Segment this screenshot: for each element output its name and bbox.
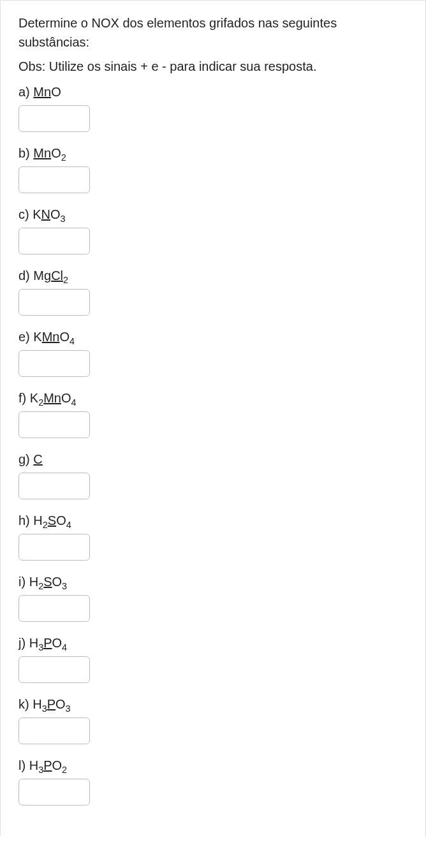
question-letter: g) xyxy=(18,452,33,466)
formula-presub: 2 xyxy=(38,397,43,408)
observation-text: Obs: Utilize os sinais + e - para indica… xyxy=(18,57,408,76)
formula-post: O xyxy=(59,330,70,344)
question-e-label: e) KMnO4 xyxy=(18,327,408,346)
formula-presub: 3 xyxy=(38,765,43,775)
formula-sub: 4 xyxy=(66,520,71,530)
question-b-label: b) MnO2 xyxy=(18,143,408,163)
formula-pre: Mg xyxy=(33,268,51,283)
formula-pre: H xyxy=(29,758,38,772)
question-k-label: k) H3PO3 xyxy=(18,695,408,714)
formula-post: O xyxy=(51,85,61,99)
formula-underlined: P xyxy=(47,697,55,711)
question-l-label: l) H3PO2 xyxy=(18,756,408,775)
question-i: i) H2SO3 xyxy=(18,572,408,622)
question-b: b) MnO2 xyxy=(18,143,408,193)
question-j-label: j) H3PO4 xyxy=(18,633,408,652)
formula-underlined: N xyxy=(41,207,50,221)
answer-container xyxy=(18,228,408,254)
formula-sub: 3 xyxy=(66,703,71,714)
answer-container xyxy=(18,411,408,438)
question-letter: f) xyxy=(18,391,30,405)
formula-pre: H xyxy=(29,636,38,650)
answer-input-c[interactable] xyxy=(18,228,90,254)
question-letter: j) xyxy=(18,636,29,650)
answer-input-a[interactable] xyxy=(18,105,90,132)
answer-input-h[interactable] xyxy=(18,534,90,561)
formula-post: O xyxy=(51,146,61,160)
prompt-text: Determine o NOX dos elementos grifados n… xyxy=(18,13,408,52)
formula-pre: H xyxy=(33,697,41,711)
question-letter: a) xyxy=(18,85,33,99)
formula-pre: H xyxy=(33,513,42,527)
answer-input-g[interactable] xyxy=(18,473,90,499)
question-h-label: h) H2SO4 xyxy=(18,511,408,530)
formula-sub: 4 xyxy=(62,642,67,652)
question-letter: h) xyxy=(18,513,33,527)
formula-sub: 3 xyxy=(62,581,67,591)
answer-input-f[interactable] xyxy=(18,411,90,438)
question-j: j) H3PO4 xyxy=(18,633,408,683)
formula-underlined: P xyxy=(43,636,52,650)
answer-container xyxy=(18,656,408,683)
formula-post: O xyxy=(50,207,61,221)
answer-container xyxy=(18,534,408,561)
question-c: c) KNO3 xyxy=(18,205,408,254)
formula-presub: 2 xyxy=(38,581,43,591)
formula-post: O xyxy=(52,636,62,650)
question-g-label: g) C xyxy=(18,450,408,469)
formula-presub: 3 xyxy=(42,703,47,714)
answer-container xyxy=(18,105,408,132)
formula-post: O xyxy=(52,758,62,772)
question-f-label: f) K2MnO4 xyxy=(18,388,408,408)
formula-pre: K xyxy=(33,330,41,344)
formula-sub: 2 xyxy=(61,152,66,163)
answer-container xyxy=(18,595,408,622)
formula-post: O xyxy=(56,513,66,527)
formula-underlined: S xyxy=(43,575,52,589)
answer-input-i[interactable] xyxy=(18,595,90,622)
formula-pre: K xyxy=(30,391,38,405)
question-g: g) C xyxy=(18,450,408,499)
answer-input-j[interactable] xyxy=(18,656,90,683)
formula-sub: 4 xyxy=(71,397,77,408)
question-letter: d) xyxy=(18,268,33,283)
answer-container xyxy=(18,473,408,499)
formula-underlined: Mn xyxy=(33,146,51,160)
question-letter: i) xyxy=(18,575,29,589)
formula-post: O xyxy=(55,697,66,711)
question-l: l) H3PO2 xyxy=(18,756,408,805)
question-card: Determine o NOX dos elementos grifados n… xyxy=(0,0,426,836)
answer-input-d[interactable] xyxy=(18,289,90,316)
question-a-label: a) MnO xyxy=(18,82,408,101)
answer-container xyxy=(18,289,408,316)
formula-sub: 2 xyxy=(63,275,68,285)
question-letter: c) xyxy=(18,207,33,221)
formula-sub: 2 xyxy=(62,765,67,775)
formula-presub: 2 xyxy=(43,520,48,530)
question-h: h) H2SO4 xyxy=(18,511,408,561)
question-k: k) H3PO3 xyxy=(18,695,408,744)
formula-underlined: Mn xyxy=(33,85,51,99)
question-letter: e) xyxy=(18,330,33,344)
formula-underlined: Mn xyxy=(42,330,60,344)
formula-underlined: S xyxy=(48,513,56,527)
question-i-label: i) H2SO3 xyxy=(18,572,408,591)
question-c-label: c) KNO3 xyxy=(18,205,408,224)
formula-post: O xyxy=(52,575,62,589)
question-a: a) MnO xyxy=(18,82,408,132)
formula-presub: 3 xyxy=(38,642,43,652)
answer-container xyxy=(18,717,408,744)
answer-input-b[interactable] xyxy=(18,166,90,193)
question-d: d) MgCl2 xyxy=(18,266,408,316)
formula-underlined: C xyxy=(33,452,42,466)
formula-pre: H xyxy=(29,575,38,589)
question-letter: l) xyxy=(18,758,29,772)
formula-underlined: Cl xyxy=(51,268,63,283)
formula-post: O xyxy=(61,391,71,405)
question-e: e) KMnO4 xyxy=(18,327,408,377)
answer-input-l[interactable] xyxy=(18,779,90,805)
answer-input-k[interactable] xyxy=(18,717,90,744)
answer-input-e[interactable] xyxy=(18,350,90,377)
question-letter: b) xyxy=(18,146,33,160)
formula-underlined: Mn xyxy=(43,391,61,405)
